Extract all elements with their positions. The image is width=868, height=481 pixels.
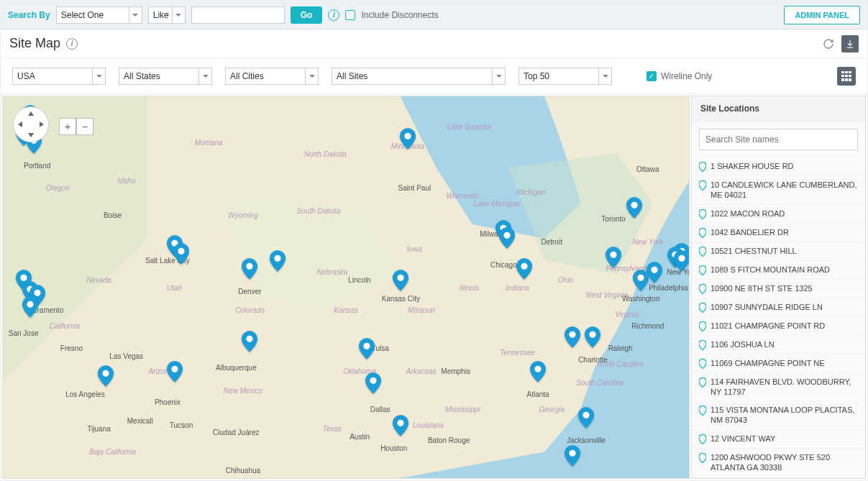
chevron-down-icon (598, 68, 611, 84)
top-select[interactable]: Top 50 (518, 68, 612, 85)
search-value-input[interactable] (191, 6, 285, 24)
site-list-item[interactable]: 1022 MACON ROAD (692, 205, 865, 224)
pan-down-icon (28, 133, 34, 137)
site-locations-panel: Site Locations 1 SHAKER HOUSE RD10 CANDL… (691, 96, 866, 479)
site-list-item[interactable]: 10900 NE 8TH ST STE 1325 (692, 280, 865, 298)
map-pin[interactable] (606, 247, 621, 268)
site-select[interactable]: All Sites (332, 68, 506, 85)
pan-up-icon (28, 111, 34, 116)
refresh-button[interactable] (820, 35, 837, 52)
state-value: All States (124, 71, 160, 81)
map-pin-icon (578, 407, 594, 429)
grid-view-button[interactable] (837, 67, 856, 86)
site-item-label: 1106 JOSHUA LN (711, 339, 775, 349)
go-button[interactable]: Go (291, 6, 323, 24)
site-list-item[interactable]: 11069 CHAMPAGNE POINT NE (692, 354, 865, 373)
map-pin[interactable] (365, 372, 381, 394)
top-value: Top 50 (524, 71, 549, 81)
map-pane[interactable]: PortlandBoiseSalt Lake CitySacramentoSan… (2, 96, 690, 479)
search-field-select[interactable]: Select One (56, 6, 142, 24)
site-list-item[interactable]: 10521 CHESTNUT HILL (692, 242, 865, 261)
wireline-only-checkbox[interactable] (647, 71, 657, 81)
admin-panel-button[interactable]: ADMIN PANEL (784, 6, 860, 24)
map-pan-control[interactable] (13, 106, 49, 142)
map-pin[interactable] (359, 338, 375, 359)
state-select[interactable]: All States (119, 68, 212, 85)
map-pin[interactable] (167, 361, 183, 382)
site-item-label: 1 SHAKER HOUSE RD (711, 161, 794, 171)
map-pin[interactable] (674, 250, 690, 272)
map-pin[interactable] (626, 197, 642, 219)
map-pin-icon (173, 243, 189, 265)
site-list-item[interactable]: 1106 JOSHUA LN (692, 336, 865, 354)
map-pin-icon (585, 326, 600, 348)
map-pin[interactable] (173, 243, 189, 265)
chevron-down-icon (129, 7, 142, 23)
chevron-down-icon (198, 68, 211, 84)
search-operator-select[interactable]: Like (148, 6, 186, 24)
search-by-label: Search By (8, 10, 50, 20)
site-item-label: 10900 NE 8TH ST STE 1325 (711, 283, 813, 293)
pan-left-icon (18, 122, 22, 127)
map-pin[interactable] (242, 331, 257, 352)
site-item-label: 10907 SUNNYDALE RIDGE LN (711, 302, 823, 312)
site-list-item[interactable]: 114 FAIRHAVEN BLVD. WOODBURRY, NY 11797 (692, 373, 865, 402)
map-pin[interactable] (578, 407, 594, 429)
site-item-label: 1089 S FITCH MOUNTAIN ROAD (711, 265, 830, 275)
map-pin[interactable] (565, 445, 580, 467)
app-root: Search By Select One Like Go i Include D… (0, 0, 868, 481)
map-pin[interactable] (270, 250, 285, 272)
zoom-in-button[interactable]: + (59, 118, 76, 135)
info-icon[interactable]: i (66, 38, 78, 50)
map-pin-icon (22, 296, 38, 318)
map-pin[interactable] (393, 270, 408, 291)
map-pin-icon (242, 258, 257, 280)
site-list-item[interactable]: 12 VINCENT WAY (692, 430, 865, 449)
map-pin-icon (242, 331, 257, 352)
map-pin-icon (699, 162, 706, 172)
site-list-item[interactable]: 10907 SUNNYDALE RIDGE LN (692, 298, 865, 317)
map-pin-icon (699, 377, 706, 388)
map-pin[interactable] (530, 361, 546, 382)
map-pin[interactable] (499, 227, 515, 249)
map-pin-icon (365, 372, 381, 394)
download-button[interactable] (841, 35, 859, 52)
map-pin[interactable] (22, 296, 38, 318)
page-title-row: Site Map i (1, 29, 867, 58)
download-icon (845, 39, 855, 49)
site-list-item[interactable]: 10 CANDLEWICK LANE CUMBERLAND, ME 04021 (692, 176, 865, 205)
country-select[interactable]: USA (12, 68, 106, 85)
include-disconnects-label: Include Disconnects (361, 10, 438, 20)
site-search-input[interactable] (699, 129, 858, 150)
site-list[interactable]: 1 SHAKER HOUSE RD10 CANDLEWICK LANE CUMB… (692, 157, 865, 478)
map-pin[interactable] (647, 262, 662, 283)
map-pin-icon (565, 445, 580, 467)
site-list-item[interactable]: 1042 BANDELIER DR (692, 224, 865, 242)
map-pin[interactable] (633, 270, 649, 291)
map-pin[interactable] (393, 415, 408, 436)
site-list-item[interactable]: 1089 S FITCH MOUNTAIN ROAD (692, 261, 865, 280)
map-pin[interactable] (98, 365, 114, 387)
map-zoom-control: + − (59, 118, 93, 135)
map-pin[interactable] (242, 258, 257, 280)
site-list-item[interactable]: 12200 OLYMPIC CLUB DR (692, 477, 865, 478)
map-pin-icon (699, 453, 706, 463)
info-icon[interactable]: i (328, 9, 339, 21)
city-select[interactable]: All Cities (225, 68, 319, 85)
country-value: USA (17, 71, 35, 81)
map-pin[interactable] (400, 128, 416, 150)
site-locations-title: Site Locations (692, 96, 865, 122)
map-pin[interactable] (516, 258, 532, 280)
site-list-item[interactable]: 115 VISTA MONTANA LOOP PLACITAS, NM 8704… (692, 401, 865, 430)
map-pin[interactable] (565, 326, 580, 348)
refresh-icon (823, 38, 834, 50)
map-pin[interactable] (585, 326, 600, 348)
site-list-item[interactable]: 1 SHAKER HOUSE RD (692, 157, 865, 176)
site-list-item[interactable]: 1200 ASHWOOD PKWY STE 520 ATLANTA GA 303… (692, 449, 865, 477)
site-list-item[interactable]: 11021 CHAMPAGNE POINT RD (692, 317, 865, 336)
chevron-down-icon (492, 68, 505, 84)
map-pin-icon (674, 250, 690, 272)
zoom-out-button[interactable]: − (76, 118, 93, 135)
include-disconnects-checkbox[interactable] (345, 10, 355, 20)
map-pin-icon (606, 247, 621, 268)
